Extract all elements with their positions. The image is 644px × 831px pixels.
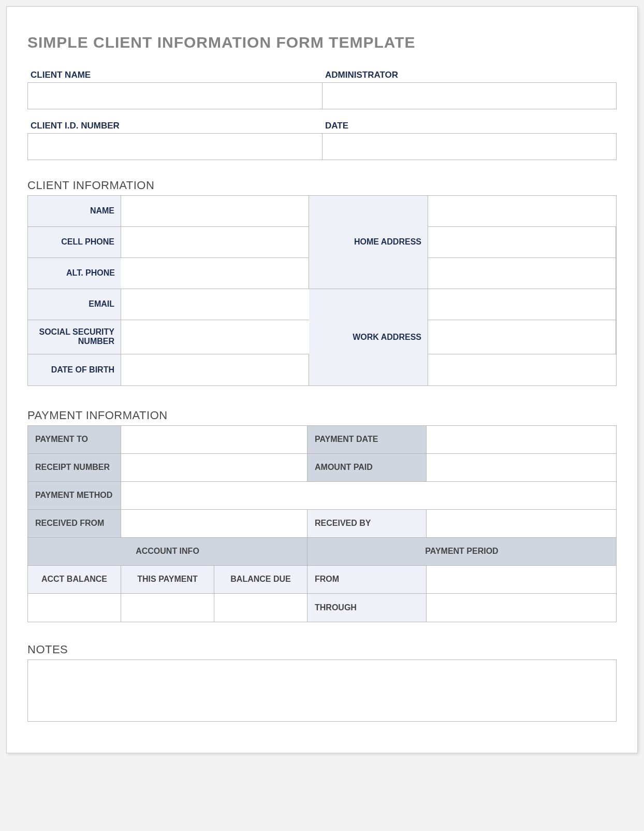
payment-period-header: PAYMENT PERIOD xyxy=(308,538,616,566)
this-payment-input[interactable] xyxy=(121,594,214,622)
date-cell: DATE xyxy=(322,121,617,160)
from-label: FROM xyxy=(308,566,427,594)
amount-paid-input[interactable] xyxy=(427,454,616,482)
payment-method-input[interactable] xyxy=(121,482,616,510)
payment-date-input[interactable] xyxy=(427,426,616,454)
administrator-cell: ADMINISTRATOR xyxy=(322,70,617,109)
through-input[interactable] xyxy=(427,594,616,622)
date-input[interactable] xyxy=(322,133,617,160)
dob-label: DATE OF BIRTH xyxy=(28,354,121,385)
account-info-header: ACCOUNT INFO xyxy=(28,538,308,566)
administrator-input[interactable] xyxy=(322,82,617,109)
administrator-label: ADMINISTRATOR xyxy=(325,70,617,80)
work-address-line-2-input[interactable] xyxy=(428,320,616,354)
payment-method-label: PAYMENT METHOD xyxy=(28,482,121,510)
alt-phone-label: ALT. PHONE xyxy=(28,258,121,289)
acct-balance-label: ACCT BALANCE xyxy=(28,566,121,594)
balance-due-label: BALANCE DUE xyxy=(214,566,308,594)
date-label: DATE xyxy=(325,121,617,131)
payment-to-input[interactable] xyxy=(121,426,308,454)
name-label: NAME xyxy=(28,196,121,227)
ssn-label: SOCIAL SECURITY NUMBER xyxy=(28,320,121,354)
payment-info-heading: PAYMENT INFORMATION xyxy=(27,409,617,422)
from-input[interactable] xyxy=(427,566,616,594)
cell-phone-label: CELL PHONE xyxy=(28,227,121,258)
client-id-label: CLIENT I.D. NUMBER xyxy=(31,121,322,131)
payment-info-table: PAYMENT TO PAYMENT DATE RECEIPT NUMBER A… xyxy=(27,425,617,622)
email-label: EMAIL xyxy=(28,289,121,320)
receipt-number-label: RECEIPT NUMBER xyxy=(28,454,121,482)
notes-input[interactable] xyxy=(27,660,617,722)
work-address-label: WORK ADDRESS xyxy=(309,289,428,385)
name-input[interactable] xyxy=(121,196,309,227)
payment-to-label: PAYMENT TO xyxy=(28,426,121,454)
home-address-label: HOME ADDRESS xyxy=(309,196,428,289)
received-by-input[interactable] xyxy=(427,510,616,538)
client-id-cell: CLIENT I.D. NUMBER xyxy=(27,121,322,160)
received-from-input[interactable] xyxy=(121,510,308,538)
through-label: THROUGH xyxy=(308,594,427,622)
this-payment-label: THIS PAYMENT xyxy=(121,566,214,594)
received-by-label: RECEIVED BY xyxy=(308,510,427,538)
home-address-line-3-input[interactable] xyxy=(428,258,616,289)
page-title: SIMPLE CLIENT INFORMATION FORM TEMPLATE xyxy=(27,34,617,51)
header-grid: CLIENT NAME ADMINISTRATOR CLIENT I.D. NU… xyxy=(27,70,617,160)
client-info-heading: CLIENT INFORMATION xyxy=(27,179,617,192)
form-page: SIMPLE CLIENT INFORMATION FORM TEMPLATE … xyxy=(6,6,638,753)
payment-date-label: PAYMENT DATE xyxy=(308,426,427,454)
balance-due-input[interactable] xyxy=(214,594,308,622)
client-name-label: CLIENT NAME xyxy=(31,70,322,80)
receipt-number-input[interactable] xyxy=(121,454,308,482)
acct-balance-input[interactable] xyxy=(28,594,121,622)
client-name-cell: CLIENT NAME xyxy=(27,70,322,109)
work-address-line-1-input[interactable] xyxy=(428,289,616,320)
cell-phone-input[interactable] xyxy=(121,227,309,258)
notes-heading: NOTES xyxy=(27,643,617,656)
work-address-line-3-input[interactable] xyxy=(428,354,616,385)
alt-phone-input[interactable] xyxy=(121,258,309,289)
client-info-table: NAME HOME ADDRESS CELL PHONE ALT. PHONE … xyxy=(27,195,617,386)
received-from-label: RECEIVED FROM xyxy=(28,510,121,538)
dob-input[interactable] xyxy=(121,354,309,385)
email-input[interactable] xyxy=(121,289,309,320)
home-address-line-2-input[interactable] xyxy=(428,227,616,258)
amount-paid-label: AMOUNT PAID xyxy=(308,454,427,482)
ssn-input[interactable] xyxy=(121,320,309,354)
client-name-input[interactable] xyxy=(27,82,322,109)
client-id-input[interactable] xyxy=(27,133,322,160)
home-address-line-1-input[interactable] xyxy=(428,196,616,227)
